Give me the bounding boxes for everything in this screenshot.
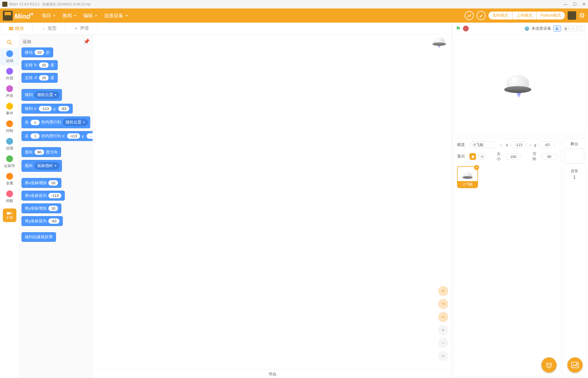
svg-point-10 xyxy=(576,363,578,364)
maximize-icon[interactable]: ☐ xyxy=(573,2,577,6)
green-flag-icon[interactable]: ⚑ xyxy=(456,25,461,32)
chevron-down-icon: ▼ xyxy=(74,14,77,17)
category-item[interactable]: 运动 xyxy=(0,48,19,66)
svg-rect-5 xyxy=(11,213,12,214)
mode-realtime[interactable]: 实时模式 xyxy=(488,12,512,19)
block-glide-xy[interactable]: 在1秒内滑行到 x:-113y:- xyxy=(21,131,93,141)
show-hidden-button[interactable]: ⊘ xyxy=(479,153,485,160)
layout-large-button[interactable]: ◨ xyxy=(561,25,569,32)
edit-circle-icon[interactable] xyxy=(477,11,486,20)
stage-column: 舞台 背景 1 xyxy=(563,138,586,376)
zoom-in-button[interactable]: ＋ xyxy=(438,325,448,335)
sprite-tile[interactable]: ✕ 小飞船 xyxy=(457,166,478,188)
tab-costumes[interactable]: 造型 xyxy=(33,23,65,34)
extension-icon xyxy=(7,211,12,216)
user-avatar-icon[interactable] xyxy=(568,11,576,20)
category-item[interactable]: 侦测 xyxy=(0,136,19,153)
sprite-name-input[interactable] xyxy=(469,142,496,148)
block-goto-xy[interactable]: 移到 x:-113y:-63 xyxy=(21,104,73,114)
zoom-reset-button[interactable]: ＝ xyxy=(438,351,448,361)
category-label: 事件 xyxy=(6,111,13,116)
category-color-icon xyxy=(6,120,13,127)
menu-project[interactable]: 项目▼ xyxy=(39,11,58,20)
menu-connect-device[interactable]: 连接设备▼ xyxy=(102,11,130,20)
tab-blocks[interactable]: 模块 xyxy=(0,23,33,34)
show-visible-button[interactable]: ◉ xyxy=(469,153,476,160)
stage-header: ⚑ 未连接设备 ◧ ◨ □ ⛶ xyxy=(454,23,586,34)
category-color-icon xyxy=(6,50,13,57)
block-set-x[interactable]: 将x坐标设为-113 xyxy=(21,191,65,201)
redo-button[interactable]: ↷ xyxy=(438,299,448,309)
crop-button[interactable]: ✂ xyxy=(438,312,448,322)
category-item[interactable]: 事件 xyxy=(0,101,19,118)
size-input[interactable] xyxy=(505,153,521,160)
block-point-towards[interactable]: 面向鼠标指针▼ xyxy=(21,160,62,172)
stage[interactable] xyxy=(454,34,586,136)
add-backdrop-button[interactable] xyxy=(567,357,583,373)
menu-tutorial[interactable]: 教程▼ xyxy=(60,11,79,20)
block-goto-random[interactable]: 移到随机位置▼ xyxy=(21,89,62,101)
category-label: 侦测 xyxy=(6,146,13,151)
zoom-out-button[interactable]: － xyxy=(438,338,448,348)
search-icon[interactable] xyxy=(0,37,19,48)
category-item[interactable]: 外观 xyxy=(0,66,19,83)
chart-icon[interactable] xyxy=(465,11,474,20)
category-label: 函数 xyxy=(6,198,13,203)
extensions-button[interactable]: 扩展 xyxy=(3,208,16,222)
pin-icon[interactable]: 📌 xyxy=(83,38,90,45)
block-change-x[interactable]: 将x坐标增加10 xyxy=(21,178,61,188)
block-glide-random[interactable]: 在1秒内滑行到随机位置▼ xyxy=(21,116,90,128)
category-item[interactable]: 运算符 xyxy=(0,153,19,171)
category-item[interactable]: 声音 xyxy=(0,83,19,101)
x-input[interactable] xyxy=(511,142,527,148)
category-color-icon xyxy=(6,138,13,145)
block-turn-right[interactable]: 右转 ↻15度 xyxy=(21,60,58,70)
direction-input[interactable] xyxy=(541,153,557,160)
close-icon[interactable]: ✕ xyxy=(582,2,586,6)
block-bounce-edge[interactable]: 碰到边缘就反弹 xyxy=(21,232,56,242)
block-change-y[interactable]: 将y坐标增加10 xyxy=(21,203,61,213)
editor-tabs: 模块 造型 声音 xyxy=(0,23,452,34)
menu-edit[interactable]: 编辑▼ xyxy=(81,11,100,20)
minimize-icon[interactable]: — xyxy=(563,2,567,6)
undo-button[interactable]: ↶ xyxy=(438,286,448,296)
layout-small-button[interactable]: ◧ xyxy=(553,25,561,32)
svg-rect-4 xyxy=(7,212,10,214)
layout-stage-only-button[interactable]: □ xyxy=(569,25,577,32)
backpack-bar[interactable]: 书包 xyxy=(93,370,452,378)
category-color-icon xyxy=(6,190,13,197)
sprite-info-panel: 精灵 ↔ x ↕ y 显示 ◉ ⊘ 大小 方向 xyxy=(454,138,560,376)
gear-icon[interactable]: ⚙ xyxy=(579,12,585,19)
svg-rect-0 xyxy=(9,27,13,28)
script-canvas[interactable]: ↶ ↷ ✂ ＋ － ＝ 书包 xyxy=(93,34,452,378)
block-point-direction[interactable]: 面向90度方向 xyxy=(21,147,61,157)
app-logo-icon xyxy=(2,2,7,7)
svg-point-2 xyxy=(7,40,11,44)
fullscreen-button[interactable]: ⛶ xyxy=(577,25,585,32)
sound-icon xyxy=(74,27,78,30)
stage-thumbnail[interactable] xyxy=(565,148,584,164)
mode-python[interactable]: Python模式 xyxy=(536,12,565,19)
delete-sprite-icon[interactable]: ✕ xyxy=(474,165,479,170)
block-move-steps[interactable]: 移动10步 xyxy=(21,47,53,57)
mode-switch: 实时模式 上传模式 Python模式 xyxy=(488,12,565,19)
stop-icon[interactable] xyxy=(463,26,469,31)
y-input[interactable] xyxy=(539,142,555,148)
category-item[interactable]: 变量 xyxy=(0,171,19,188)
block-turn-left[interactable]: 左转 ↺15度 xyxy=(21,73,58,83)
category-column: 运动外观声音事件控制侦测运算符变量函数 扩展 xyxy=(0,34,19,378)
add-sprite-button[interactable] xyxy=(541,357,557,373)
sprite-list: ✕ 小飞船 xyxy=(457,166,557,188)
category-label: 控制 xyxy=(6,128,13,133)
svg-rect-1 xyxy=(9,29,13,30)
chevron-down-icon: ▼ xyxy=(94,14,97,17)
category-item[interactable]: 函数 xyxy=(0,188,19,206)
stage-sprite[interactable] xyxy=(507,75,531,98)
tab-sounds[interactable]: 声音 xyxy=(65,23,98,34)
svg-point-8 xyxy=(550,365,550,366)
chevron-down-icon: ▼ xyxy=(125,14,128,17)
category-item[interactable]: 控制 xyxy=(0,118,19,136)
block-set-y[interactable]: 将y坐标设为-63 xyxy=(21,216,63,226)
menubar: Mind+ 项目▼ 教程▼ 编辑▼ 连接设备▼ 实时模式 上传模式 Python… xyxy=(0,8,588,23)
mode-upload[interactable]: 上传模式 xyxy=(512,12,536,19)
